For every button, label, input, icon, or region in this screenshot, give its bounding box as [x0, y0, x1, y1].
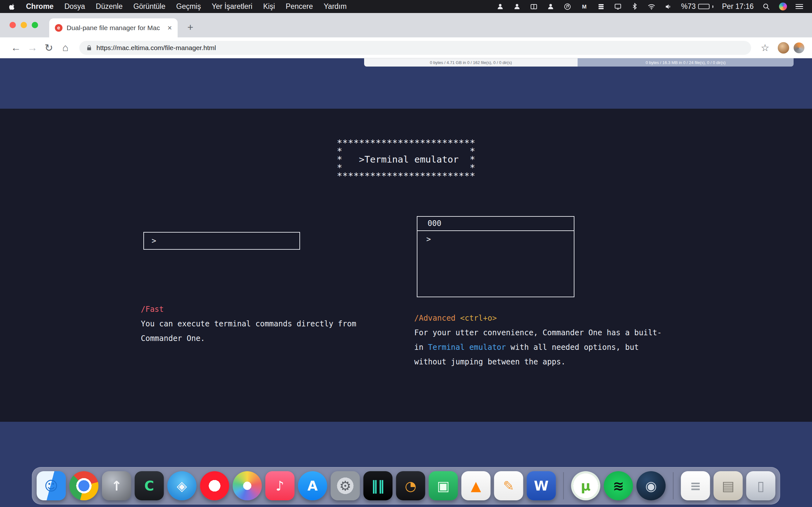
terminal-emulator-link[interactable]: Terminal emulator: [428, 343, 506, 352]
menu-item-1[interactable]: Dosya: [64, 2, 85, 11]
browser-tab[interactable]: e Dual-pane file manager for Mac ×: [49, 18, 177, 38]
window-close-button[interactable]: [9, 22, 16, 28]
photos-dock-icon[interactable]: [233, 471, 262, 500]
finder-dock-icon[interactable]: ☺: [37, 471, 66, 500]
advanced-body-line2: in Terminal emulator with all needed opt…: [414, 340, 662, 354]
menu-items: DosyaDüzenleGörüntüleGeçmişYer İşaretler…: [64, 2, 347, 11]
fast-body-line2: Commander One.: [141, 331, 356, 346]
battery-tip: [712, 5, 713, 8]
vlc-dock-icon[interactable]: ▲: [461, 471, 491, 500]
menu-item-8[interactable]: Yardım: [323, 2, 346, 11]
advanced-heading: /Advanced: [414, 314, 455, 323]
forward-button[interactable]: →: [24, 40, 41, 56]
safari-dock-icon[interactable]: ◈: [167, 471, 197, 500]
opera-dock-icon[interactable]: [200, 471, 229, 500]
screen-share-dock-icon[interactable]: ▣: [429, 471, 458, 500]
back-button[interactable]: ←: [8, 40, 24, 56]
advanced-terminal-box: 000 >: [417, 216, 574, 297]
menu-item-4[interactable]: Geçmiş: [176, 2, 201, 11]
app-store-dock-icon[interactable]: A: [298, 471, 327, 500]
user2-status-icon[interactable]: [513, 3, 521, 11]
utorrent-dock-icon[interactable]: µ: [571, 471, 600, 500]
menu-item-2[interactable]: Düzenle: [96, 2, 122, 11]
advanced-terminal-titlebar: 000: [417, 216, 574, 231]
pages-dock-icon[interactable]: ✎: [494, 471, 523, 500]
user-status-icon[interactable]: [496, 3, 504, 11]
macos-menu-bar: Chrome DosyaDüzenleGörüntüleGeçmişYer İş…: [0, 0, 812, 13]
tab-close-icon[interactable]: ×: [167, 23, 172, 32]
columns-window-icon[interactable]: [530, 3, 538, 11]
address-bar[interactable]: https://mac.eltima.com/file-manager.html: [79, 41, 751, 55]
dock-divider: [563, 472, 564, 499]
steam-dock-icon[interactable]: ◉: [637, 471, 666, 500]
web-page-content: 0 bytes / 4.71 GB in 0 / 162 file(s), 0 …: [0, 58, 812, 507]
new-tab-button[interactable]: +: [184, 21, 197, 34]
trash-dock-icon[interactable]: ▯: [746, 471, 775, 500]
menu-bar-clock[interactable]: Per 17:16: [722, 2, 754, 11]
active-app-name[interactable]: Chrome: [26, 2, 54, 11]
extension-icon[interactable]: [794, 43, 804, 53]
bookmark-star-icon[interactable]: ☆: [757, 40, 773, 56]
advanced-body-line1: For your utter convenience, Commander On…: [414, 326, 662, 340]
spotlight-search-icon[interactable]: [762, 3, 770, 11]
menu-item-6[interactable]: Kişi: [263, 2, 275, 11]
menu-item-7[interactable]: Pencere: [286, 2, 313, 11]
apple-menu-icon[interactable]: [9, 3, 16, 10]
display-icon[interactable]: [614, 3, 622, 11]
status-bar-left: 0 bytes / 4.71 GB in 0 / 162 file(s), 0 …: [364, 58, 577, 66]
battery-percent-label: %73: [681, 2, 696, 11]
m-app-icon[interactable]: M: [580, 3, 589, 11]
stack-icon[interactable]: [597, 3, 605, 11]
window-zoom-button[interactable]: [32, 22, 38, 28]
audio-levels-dock-icon[interactable]: ‖‖: [363, 471, 393, 500]
music-note-circle-icon[interactable]: [563, 3, 571, 11]
app-screenshot-status-bar: 0 bytes / 4.71 GB in 0 / 162 file(s), 0 …: [364, 58, 794, 66]
profile-avatar[interactable]: [778, 42, 789, 54]
battery-indicator[interactable]: %73: [681, 2, 713, 11]
macos-dock: ☺↑C◈♪A⚙‖‖◔▣▲✎Wµ≋◉≡▤▯: [32, 467, 780, 504]
home-button[interactable]: ⌂: [57, 40, 73, 56]
fast-terminal-prompt: >: [152, 236, 156, 245]
word-dock-icon[interactable]: W: [527, 471, 556, 500]
launchpad-dock-icon[interactable]: ↑: [102, 471, 131, 500]
reload-button[interactable]: ↻: [41, 40, 57, 56]
volume-icon[interactable]: [664, 3, 672, 11]
menu-item-5[interactable]: Yer İşaretleri: [212, 2, 252, 11]
window-controls: [9, 22, 38, 28]
siri-icon[interactable]: [779, 3, 787, 10]
archive-dock-icon[interactable]: ▤: [714, 471, 743, 500]
svg-text:M: M: [582, 4, 587, 10]
dock-divider: [673, 472, 674, 499]
tab-favicon: e: [55, 24, 62, 32]
tab-title: Dual-pane file manager for Mac: [67, 24, 163, 32]
fast-text-block: /Fast You can execute terminal commands …: [141, 302, 356, 346]
advanced-body-line3: without jumping between the apps.: [414, 354, 662, 369]
color-gauge-dock-icon[interactable]: ◔: [396, 471, 425, 500]
spotify-dock-icon[interactable]: ≋: [604, 471, 633, 500]
notes-document-dock-icon[interactable]: ≡: [681, 471, 710, 500]
window-minimize-button[interactable]: [20, 22, 27, 28]
advanced-terminal-prompt: >: [426, 235, 431, 244]
notification-center-icon[interactable]: [796, 4, 803, 9]
advanced-terminal-body: >: [417, 231, 574, 297]
menu-bar-status-area: M %73 Per 17:16: [496, 2, 803, 11]
bluetooth-icon[interactable]: [630, 3, 639, 11]
fast-heading: /Fast: [141, 302, 356, 317]
padlock-icon: [86, 45, 92, 51]
browser-toolbar: ← → ↻ ⌂ https://mac.eltima.com/file-mana…: [0, 38, 812, 58]
terminal-emulator-section: ************************* * * * >Termina…: [0, 109, 812, 422]
status-bar-right: 0 bytes / 16.3 MB in 0 / 24 file(s), 0 /…: [577, 58, 794, 66]
wifi-icon[interactable]: [647, 3, 656, 11]
ascii-section-title: ************************* * * * >Termina…: [337, 139, 475, 180]
browser-tab-strip: e Dual-pane file manager for Mac × +: [0, 13, 812, 38]
commander-one-dock-icon[interactable]: C: [135, 471, 164, 500]
battery-icon: [698, 4, 710, 9]
system-preferences-dock-icon[interactable]: ⚙: [331, 471, 360, 500]
chrome-dock-icon[interactable]: [69, 471, 99, 500]
advanced-heading-row: /Advanced <ctrl+o>: [414, 311, 662, 326]
user3-status-icon[interactable]: [547, 3, 555, 11]
music-dock-icon[interactable]: ♪: [265, 471, 295, 500]
url-text[interactable]: https://mac.eltima.com/file-manager.html: [96, 44, 216, 52]
fast-terminal-box: >: [143, 232, 300, 250]
menu-item-3[interactable]: Görüntüle: [134, 2, 165, 11]
